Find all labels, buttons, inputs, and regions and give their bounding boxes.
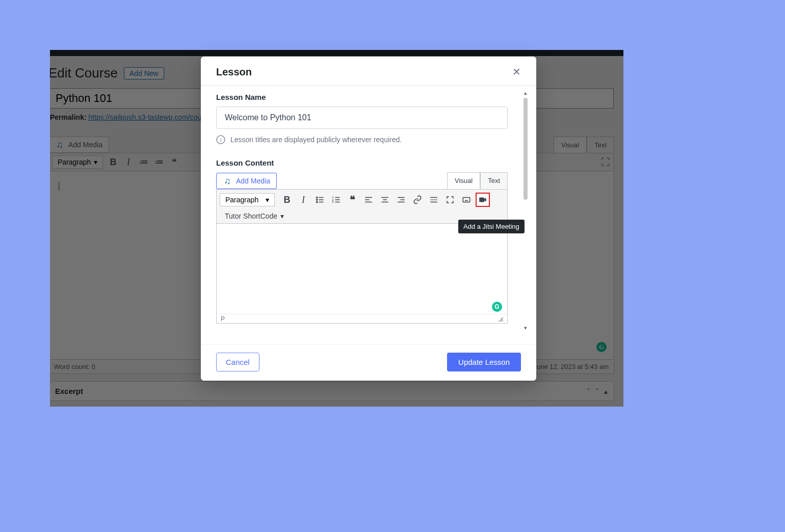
modal-editor-body[interactable]: G P: [216, 224, 508, 324]
lesson-name-help: i Lesson titles are displayed publicly w…: [216, 135, 521, 144]
modal-format-select[interactable]: Paragraph ▾: [220, 193, 275, 206]
modal-title: Lesson: [216, 66, 252, 78]
keyboard-icon[interactable]: [459, 193, 474, 207]
svg-point-4: [317, 201, 318, 202]
tutor-shortcode-select[interactable]: Tutor ShortCode ▾: [220, 212, 504, 220]
align-left-icon[interactable]: [361, 193, 376, 207]
lesson-name-label: Lesson Name: [216, 93, 521, 101]
italic-icon[interactable]: I: [296, 193, 310, 207]
info-icon: i: [216, 135, 225, 144]
svg-rect-30: [479, 198, 484, 202]
link-icon[interactable]: [410, 193, 425, 207]
help-text: Lesson titles are displayed publicly whe…: [230, 136, 402, 144]
modal-tab-text[interactable]: Text: [480, 172, 508, 189]
status-tag: P: [221, 315, 225, 323]
close-button[interactable]: ✕: [512, 66, 521, 78]
read-more-icon[interactable]: [427, 193, 441, 207]
modal-add-media-button[interactable]: Add Media: [216, 173, 277, 189]
align-right-icon[interactable]: [394, 193, 408, 207]
update-lesson-button[interactable]: Update Lesson: [447, 353, 521, 371]
resize-handle-icon[interactable]: [498, 316, 503, 322]
cancel-button[interactable]: Cancel: [216, 353, 259, 371]
fullscreen-icon[interactable]: [443, 193, 457, 207]
modal-format-label: Paragraph: [225, 196, 258, 204]
align-center-icon[interactable]: [378, 193, 392, 207]
close-icon: ✕: [512, 66, 521, 77]
numbered-list-icon[interactable]: 123: [329, 193, 343, 207]
modal-toolbar: Paragraph ▾ B I 123 ❝: [216, 189, 508, 224]
modal-editor-status: P: [217, 314, 507, 323]
svg-rect-24: [463, 198, 470, 202]
modal-scrollbar-thumb[interactable]: [524, 98, 528, 200]
jitsi-meeting-button[interactable]: [476, 193, 490, 207]
modal-tab-visual[interactable]: Visual: [447, 172, 480, 189]
tutor-shortcode-label: Tutor ShortCode: [225, 212, 277, 220]
svg-point-0: [317, 197, 318, 198]
chevron-down-icon: ▾: [266, 196, 269, 204]
svg-text:3: 3: [332, 200, 334, 203]
media-icon: [223, 176, 232, 185]
bold-icon[interactable]: B: [280, 193, 294, 207]
lesson-content-label: Lesson Content: [216, 158, 521, 167]
jitsi-tooltip: Add a Jitsi Meeting: [458, 220, 525, 233]
svg-point-2: [317, 199, 318, 200]
grammarly-icon[interactable]: G: [492, 302, 502, 312]
lesson-modal: Lesson ✕ ▴ Lesson Name i Lesson titles a…: [201, 57, 536, 381]
lesson-name-input[interactable]: [216, 107, 508, 129]
blockquote-icon[interactable]: ❝: [345, 193, 359, 207]
modal-add-media-label: Add Media: [236, 177, 270, 185]
modal-editor-tabs: Visual Text: [447, 172, 508, 189]
chevron-down-icon: ▾: [280, 212, 284, 220]
bullet-list-icon[interactable]: [312, 193, 327, 207]
